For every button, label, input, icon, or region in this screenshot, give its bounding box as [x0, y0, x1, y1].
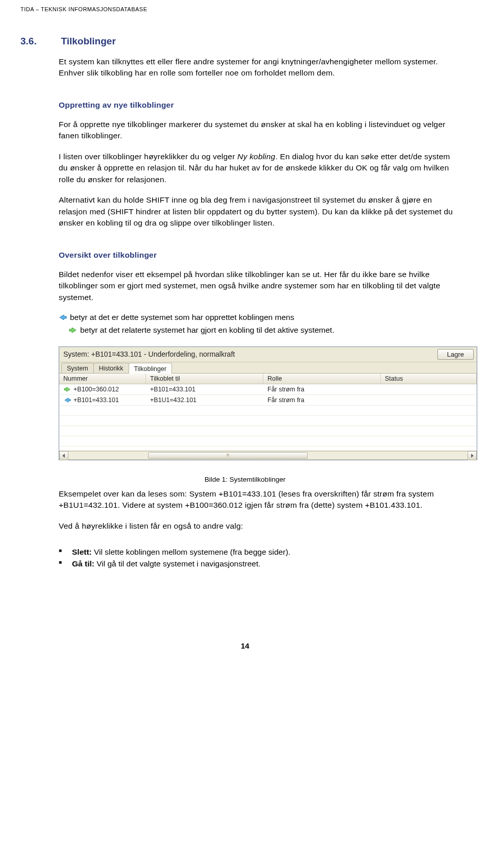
table-row[interactable] [59, 436, 477, 447]
section-number: 3.6. [20, 36, 59, 47]
tab-system[interactable]: System [61, 363, 94, 373]
paragraph: For å opprette nye tilkoblinger markerer… [59, 119, 459, 142]
cell-status [381, 399, 477, 401]
paragraph: Alternativt kan du holde SHIFT inne og b… [59, 194, 459, 229]
table-row[interactable] [59, 406, 477, 416]
legend-line-outgoing: betyr at det er dette systemet som har o… [59, 311, 459, 323]
column-header-rolle[interactable]: Rolle [263, 374, 381, 384]
cell-nummer: +B101=433.101 [74, 396, 119, 404]
save-button[interactable]: Lagre [437, 349, 474, 360]
legend-text: betyr at det relaterte systemet har gjor… [80, 324, 334, 336]
table-row[interactable] [59, 416, 477, 426]
arrow-left-icon [63, 396, 71, 404]
list-item: Gå til: Vil gå til det valgte systemet i… [59, 558, 459, 569]
cell-tilkoblet: +B1U1=432.101 [146, 395, 263, 405]
paragraph: I listen over tilkoblinger høyreklikker … [59, 151, 459, 185]
app-titlebar: System: +B101=433.101 - Underfordeling, … [59, 347, 477, 362]
cell-rolle: Får strøm fra [263, 385, 381, 394]
cell-status [381, 388, 477, 390]
column-header-status[interactable]: Status [381, 374, 477, 384]
column-header-nummer[interactable]: Nummer [59, 374, 146, 384]
bullet-list: Slett: Vil slette koblingen mellom syste… [59, 546, 459, 570]
list-item: Slett: Vil slette koblingen mellom syste… [59, 546, 459, 558]
tab-tilkoblinger[interactable]: Tilkoblinger [129, 363, 172, 374]
subheading: Oppretting av nye tilkoblinger [59, 101, 459, 110]
legend-line-incoming: betyr at det relaterte systemet har gjor… [69, 324, 459, 336]
page-header: TIDA – TEKNISK INFORMASJONSDATABASE [20, 0, 470, 15]
scroll-left-button[interactable] [59, 451, 68, 460]
tab-historikk[interactable]: Historikk [93, 363, 129, 373]
column-header-tilkoblet[interactable]: Tilkoblet til [146, 374, 263, 384]
bullet-text: Vil gå til det valgte systemet i navigas… [94, 559, 260, 568]
arrow-right-icon [63, 385, 71, 393]
app-window: System: +B101=433.101 - Underfordeling, … [59, 346, 477, 460]
page-number: 14 [20, 641, 470, 650]
scroll-track[interactable] [68, 451, 468, 460]
bullet-text: Vil slette koblingen mellom systemene (f… [92, 548, 290, 556]
legend-text: betyr at det er dette systemet som har o… [70, 311, 294, 323]
bullet-label: Slett: [72, 548, 92, 556]
cell-rolle: Får strøm fra [263, 395, 381, 405]
table-body[interactable]: +B100=360.012 +B101=433.101 Får strøm fr… [59, 384, 477, 451]
arrow-left-icon [59, 313, 67, 321]
section-heading: 3.6. Tilkoblinger [20, 36, 470, 47]
bullet-label: Gå til: [72, 559, 94, 568]
table: Nummer Tilkoblet til Rolle Status +B100=… [59, 373, 477, 460]
subheading: Oversikt over tilkoblinger [59, 251, 459, 260]
paragraph: Bildet nedenfor viser ett eksempel på hv… [59, 269, 459, 303]
paragraph: Eksempelet over kan da leses som: System… [59, 488, 459, 511]
italic-text: Ny kobling [237, 152, 275, 161]
horizontal-scrollbar[interactable] [59, 451, 477, 460]
table-row[interactable] [59, 426, 477, 436]
paragraph: Et system kan tilknyttes ett eller flere… [59, 56, 459, 79]
scroll-thumb[interactable] [148, 452, 308, 459]
scroll-right-button[interactable] [468, 451, 477, 460]
cell-tilkoblet: +B101=433.101 [146, 385, 263, 394]
table-row[interactable]: +B101=433.101 +B1U1=432.101 Får strøm fr… [59, 395, 477, 406]
window-title: System: +B101=433.101 - Underfordeling, … [63, 350, 235, 358]
section-title: Tilkoblinger [61, 36, 115, 47]
cell-nummer: +B100=360.012 [74, 386, 119, 393]
table-header-row: Nummer Tilkoblet til Rolle Status [59, 374, 477, 384]
tabs-row: System Historikk Tilkoblinger [59, 362, 477, 373]
paragraph: Ved å høyreklikke i listen får en også t… [59, 520, 459, 532]
text: I listen over tilkoblinger høyreklikker … [59, 152, 237, 161]
arrow-right-icon [69, 326, 77, 334]
table-row[interactable]: +B100=360.012 +B101=433.101 Får strøm fr… [59, 384, 477, 395]
figure-caption: Bilde 1: Systemtilkoblinger [20, 476, 470, 483]
